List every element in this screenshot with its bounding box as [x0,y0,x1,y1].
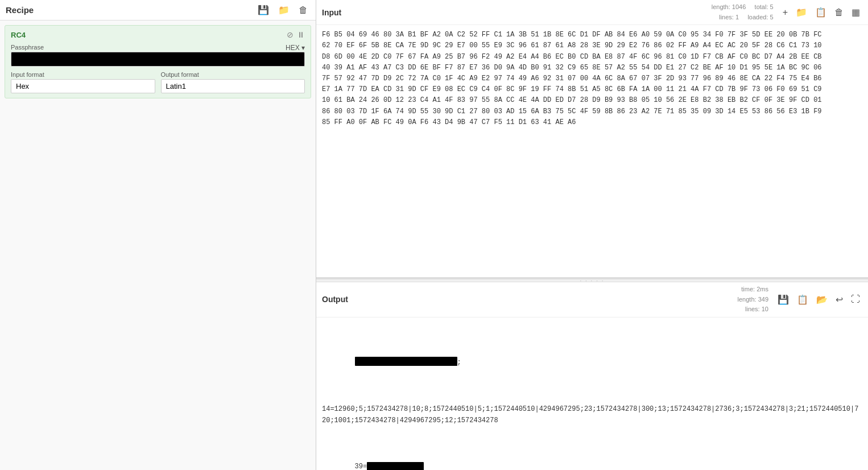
loaded-value: 5 [770,14,774,20]
length-label: length: [712,3,730,10]
pause-button[interactable]: ⏸ [297,30,305,39]
lines-value: 1 [735,14,739,20]
undo-button[interactable]: ↩ [833,293,845,306]
output-section: Output time: 2ms length: 349 lines: 10 💾… [316,282,868,470]
passphrase-input[interactable] [11,52,305,67]
passphrase-row: Passphrase HEX ▾ [11,44,305,67]
clear-input-button[interactable]: 🗑 [832,6,846,19]
input-content[interactable]: F6 B5 04 69 46 80 3A B1 BF A2 0A C2 52 F… [316,25,868,277]
redacted-block-1 [355,357,457,366]
rc4-operation: RC4 ⊘ ⏸ Passphrase HEX ▾ Input format He… [5,25,311,98]
save-output-button[interactable]: 💾 [775,293,791,306]
save-button[interactable]: 💾 [255,3,271,17]
output-format-value[interactable]: Latin1 [161,79,305,93]
input-actions: + 📁 📋 🗑 ▦ [780,6,862,19]
total-value: 5 [770,3,774,10]
output-format-label: Output format [161,71,305,78]
total-label: total: [755,3,768,10]
output-line2-prefix: 39= [355,463,367,470]
fullscreen-button[interactable]: ⛶ [849,293,862,306]
paste-button[interactable]: 📋 [813,6,829,19]
output-content[interactable]: ; 14=12960;5;1572434278|10;8;1572440510|… [316,318,868,470]
recipe-body: RC4 ⊘ ⏸ Passphrase HEX ▾ Input format He… [0,20,316,470]
output-semicolon-1: ; [457,358,461,366]
delete-button[interactable]: 🗑 [296,3,310,17]
hex-dropdown-button[interactable]: HEX ▾ [286,44,305,52]
loaded-label: loaded: [747,14,768,20]
output-length-value: 349 [758,296,768,303]
output-format-group: Output format Latin1 [161,71,305,93]
output-time-label: time: [741,286,755,292]
output-header: Output time: 2ms length: 349 lines: 10 💾… [316,282,868,318]
output-title: Output [322,295,348,304]
layout-button[interactable]: ▦ [849,6,862,19]
add-input-button[interactable]: + [780,6,790,19]
output-line1: 14=12960;5;1572434278|10;8;1572440510|5;… [322,403,862,427]
copy-output-button[interactable]: 📋 [795,293,811,306]
redacted-block-2 [367,462,424,470]
input-format-group: Input format Hex [11,71,155,93]
input-title: Input [322,8,341,17]
open-file-button[interactable]: 📁 [793,6,809,19]
recipe-actions: 💾 📁 🗑 [255,3,310,17]
recipe-title: Recipe [6,5,34,15]
open-button[interactable]: 📁 [276,3,292,17]
format-row: Input format Hex Output format Latin1 [11,71,305,93]
output-line2: 39= [322,450,862,470]
output-line-redacted1: ; [322,345,862,380]
op-header: RC4 ⊘ ⏸ [11,30,305,39]
op-title: RC4 [11,31,26,39]
output-actions: 💾 📋 📂 ↩ ⛶ [775,293,862,306]
input-header: Input length: 1046 total: 5 lines: 1 loa… [316,0,868,25]
passphrase-label: Passphrase [11,44,44,51]
output-length-label: length: [738,296,757,303]
output-lines-value: 10 [762,306,768,312]
lines-label: lines: [719,14,734,20]
output-lines-label: lines: [745,306,760,312]
recipe-header: Recipe 💾 📁 🗑 [0,0,316,20]
left-panel: Recipe 💾 📁 🗑 RC4 ⊘ ⏸ Passphrase HEX ▾ [0,0,316,470]
right-panel: Input length: 1046 total: 5 lines: 1 loa… [316,0,868,470]
input-format-value[interactable]: Hex [11,79,155,93]
input-format-label: Input format [11,71,155,78]
length-value: 1046 [732,3,746,10]
open-output-button[interactable]: 📂 [814,293,830,306]
input-section: Input length: 1046 total: 5 lines: 1 loa… [316,0,868,279]
output-time-value: 2ms [757,286,768,292]
input-meta: length: 1046 total: 5 lines: 1 loaded: 5 [712,2,774,22]
op-controls: ⊘ ⏸ [287,30,305,39]
output-meta: time: 2ms length: 349 lines: 10 [738,285,768,315]
disable-button[interactable]: ⊘ [287,30,294,39]
